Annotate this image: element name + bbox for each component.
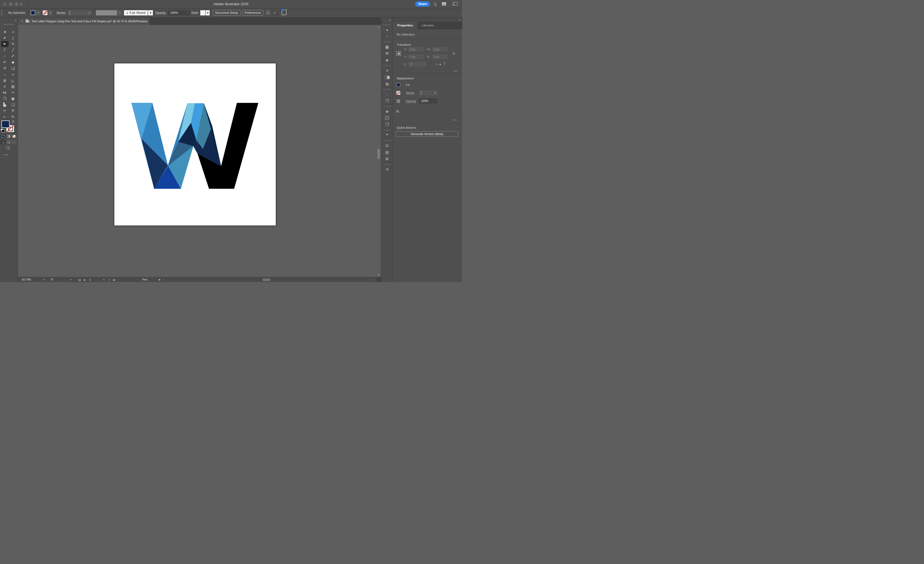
pathfinder-panel-icon[interactable]: ⊞ xyxy=(381,155,393,162)
appearance-stroke-label[interactable]: Stroke xyxy=(406,91,415,95)
gradient-tool[interactable]: ▧ xyxy=(9,84,17,89)
fx-button[interactable]: fx. xyxy=(396,109,400,113)
opacity-label[interactable]: Opacity: xyxy=(155,11,166,15)
history-panel-icon[interactable]: ↺ xyxy=(381,166,393,173)
zoom-level-control[interactable]: 43.74% ▾ xyxy=(18,277,48,282)
stroke-weight-panel-field[interactable] xyxy=(423,90,432,95)
workspace-switcher-icon[interactable] xyxy=(442,2,446,6)
ellipse-tool[interactable]: ○ xyxy=(1,53,9,59)
h-field[interactable]: 0 px xyxy=(432,54,448,59)
scroll-down-icon[interactable]: ∨ xyxy=(377,273,381,276)
curvature-tool[interactable]: ✎ xyxy=(9,41,17,47)
toolbar-fill-swatch[interactable] xyxy=(2,120,10,128)
tab-libraries[interactable]: Libraries xyxy=(417,22,438,29)
appearance-fill-swatch[interactable] xyxy=(396,83,400,87)
flip-vertical-icon[interactable]: ▼▵ xyxy=(443,62,446,65)
symbol-sprayer-tool[interactable]: ▣ xyxy=(9,96,17,101)
dock-group-grip[interactable] xyxy=(381,104,393,108)
column-graph-tool[interactable]: ▙ xyxy=(1,102,9,107)
shape-builder-tool[interactable]: ◍ xyxy=(1,77,9,83)
prev-artboard-icon[interactable]: ◀ xyxy=(84,279,85,281)
opacity-panel-field[interactable]: 100% xyxy=(419,98,432,104)
toolbar-collapse-icon[interactable]: ‹‹ xyxy=(15,19,16,22)
dock-group-grip[interactable] xyxy=(381,23,393,27)
opacity-menu-arrow[interactable]: › xyxy=(185,10,190,15)
draw-inside-button[interactable]: ◒ xyxy=(12,140,17,144)
type-tool[interactable]: T xyxy=(1,47,9,53)
last-artboard-icon[interactable]: ▶| xyxy=(113,279,116,281)
brush-preset-field[interactable]: ● 5 pt. Round xyxy=(124,10,148,15)
gradient-panel-icon[interactable] xyxy=(381,74,393,81)
preferences-button[interactable]: Preferences xyxy=(242,10,263,16)
panel-collapse-icon[interactable]: ›› xyxy=(459,18,460,21)
w-field[interactable]: 0 px xyxy=(432,47,448,52)
first-artboard-icon[interactable]: |◀ xyxy=(78,279,81,281)
color-mode-button[interactable] xyxy=(0,134,6,138)
stroke-color-swatch[interactable] xyxy=(42,10,48,15)
vertical-scrollbar[interactable]: ∧ ∨ xyxy=(377,25,381,277)
transparency-panel-icon[interactable]: ◍ xyxy=(381,81,393,87)
panels-icon[interactable] xyxy=(453,2,458,6)
gradient-mode-button[interactable] xyxy=(6,134,11,138)
rotate-view-tool[interactable]: ◐ xyxy=(1,114,9,120)
search-icon[interactable] xyxy=(434,3,436,5)
artboard-dropdown-icon[interactable]: ▾ xyxy=(103,277,104,282)
dock-group-grip[interactable] xyxy=(381,138,393,142)
stroke-weight-dropdown[interactable]: ▾ xyxy=(87,10,92,15)
reference-point-icon[interactable] xyxy=(396,51,402,57)
tab-close-icon[interactable]: × xyxy=(21,19,23,23)
toolbar-grip[interactable] xyxy=(4,24,14,25)
stroke-dropdown[interactable]: ▾ xyxy=(48,10,52,15)
blend-tool[interactable]: ⋈ xyxy=(1,90,9,95)
stroke-stepper[interactable]: ▴▾ xyxy=(419,90,423,95)
artboard-number-field[interactable]: 1 ▾ xyxy=(89,277,104,282)
brushes-panel-icon[interactable]: ⚒ xyxy=(381,50,393,57)
color-panel-icon[interactable]: ◕ xyxy=(381,27,393,33)
stroke-panel-icon[interactable]: ≡ xyxy=(381,67,393,74)
perspective-grid-tool[interactable]: ◺ xyxy=(9,77,17,83)
canvas[interactable]: ∧ ∨ xyxy=(18,25,381,277)
select-similar-icon[interactable] xyxy=(266,11,270,14)
y-field[interactable]: 0 px xyxy=(408,54,424,59)
artboard-tool[interactable]: ❑ xyxy=(9,102,17,107)
flip-horizontal-icon[interactable]: ▷┆◀ xyxy=(435,63,441,66)
vertical-scroll-thumb[interactable] xyxy=(377,149,380,159)
slice-tool[interactable]: ✂ xyxy=(1,108,9,114)
edit-toolbar-dots[interactable]: ••• xyxy=(4,153,9,156)
tab-properties[interactable]: Properties xyxy=(393,22,417,29)
export-panel-icon[interactable]: ↗ xyxy=(381,115,393,121)
document-setup-button[interactable]: Document Setup xyxy=(213,10,240,16)
draw-normal-button[interactable]: ❏ xyxy=(0,140,6,144)
share-button[interactable]: Share xyxy=(415,2,430,7)
color-guide-panel-icon[interactable]: ◔ xyxy=(381,33,393,40)
appearance-opacity-swatch[interactable] xyxy=(396,99,400,103)
dock-expand-icon[interactable]: ‹‹ xyxy=(389,19,390,22)
swap-fill-stroke-icon[interactable]: ⇄ xyxy=(11,119,15,124)
symbols-panel-icon[interactable]: ♣ xyxy=(381,57,393,63)
stroke-weight-field[interactable] xyxy=(72,10,87,15)
hscroll-right-icon[interactable]: › xyxy=(373,277,377,282)
hscroll-left-icon[interactable]: ‹ xyxy=(162,277,166,282)
stroke-panel-dropdown[interactable]: ▾ xyxy=(433,90,438,95)
paintbrush-tool[interactable]: ✐ xyxy=(9,53,17,59)
opacity-field[interactable]: 100% xyxy=(168,10,185,15)
unlink-dimensions-icon[interactable]: ⊘ xyxy=(451,51,456,56)
rotate-tool[interactable]: ↺ xyxy=(1,65,9,71)
brush-dropdown[interactable]: ▾ xyxy=(148,10,153,15)
appearance-opacity-label[interactable]: Opacity xyxy=(406,99,416,103)
appearance-stroke-swatch[interactable] xyxy=(396,91,400,95)
fill-color-swatch[interactable] xyxy=(30,10,36,15)
dock-group-grip[interactable] xyxy=(381,128,393,132)
appearance-panel-icon[interactable]: ◌ xyxy=(381,91,393,98)
transform-panel-icon[interactable]: ⊡ xyxy=(381,142,393,149)
document-tab[interactable]: × Text Letter Polygon Using Pen Tool and… xyxy=(18,18,150,25)
style-swatch[interactable] xyxy=(200,10,205,15)
symbol-tool[interactable]: ❒ xyxy=(1,96,9,101)
align-panel-icon[interactable]: ▤ xyxy=(381,149,393,155)
horizontal-scrollbar[interactable] xyxy=(169,278,373,281)
variable-width-field[interactable] xyxy=(96,10,117,15)
horizontal-scroll-thumb[interactable] xyxy=(262,278,270,281)
angle-field[interactable]: 0° ▾ xyxy=(408,62,426,67)
dock-group-grip[interactable] xyxy=(381,40,393,44)
transform-more-options[interactable]: ••• xyxy=(453,69,458,72)
